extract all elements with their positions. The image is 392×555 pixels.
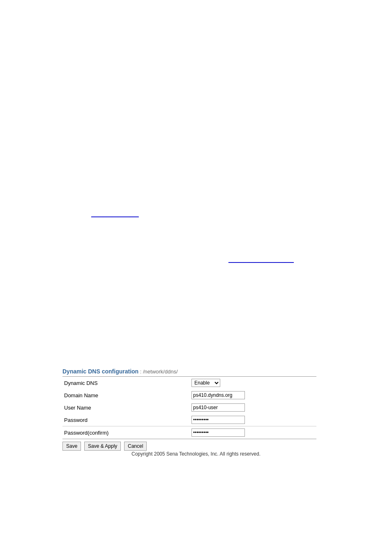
config-section: Dynamic DNS configuration : /network/ddn… xyxy=(62,368,316,452)
table-row-password: Password xyxy=(62,414,316,426)
table-row-user-name: User Name xyxy=(62,401,316,414)
save-apply-button[interactable]: Save & Apply xyxy=(84,442,121,451)
field-label-password-confirm: Password(confirm) xyxy=(62,426,190,439)
table-row-dynamic-dns: Dynamic DNS Enable Disable xyxy=(62,377,316,389)
field-label-dynamic-dns: Dynamic DNS xyxy=(62,377,190,389)
config-path: : /network/ddns/ xyxy=(138,368,178,375)
table-row-password-confirm: Password(confirm) xyxy=(62,426,316,439)
password-confirm-input[interactable] xyxy=(191,428,245,437)
page-wrapper: ________________ ______________________ … xyxy=(0,0,392,555)
config-header: Dynamic DNS configuration : /network/ddn… xyxy=(62,368,316,377)
field-label-user-name: User Name xyxy=(62,401,190,414)
domain-name-input[interactable] xyxy=(191,391,245,399)
table-row-domain-name: Domain Name xyxy=(62,389,316,401)
link-2[interactable]: ______________________ xyxy=(228,257,294,263)
user-name-input[interactable] xyxy=(191,403,245,412)
link-1[interactable]: ________________ xyxy=(91,211,139,217)
field-label-password: Password xyxy=(62,414,190,426)
field-label-domain-name: Domain Name xyxy=(62,389,190,401)
config-table: Dynamic DNS Enable Disable Domain Name U… xyxy=(62,377,316,439)
config-title: Dynamic DNS configuration xyxy=(62,368,138,375)
copyright-text: Copyright 2005 Sena Technologies, Inc. A… xyxy=(0,451,392,457)
dynamic-dns-select[interactable]: Enable Disable xyxy=(191,379,220,387)
password-input[interactable] xyxy=(191,416,245,424)
button-row: Save Save & Apply Cancel xyxy=(62,439,316,452)
save-button[interactable]: Save xyxy=(62,442,81,451)
cancel-button[interactable]: Cancel xyxy=(124,442,147,451)
